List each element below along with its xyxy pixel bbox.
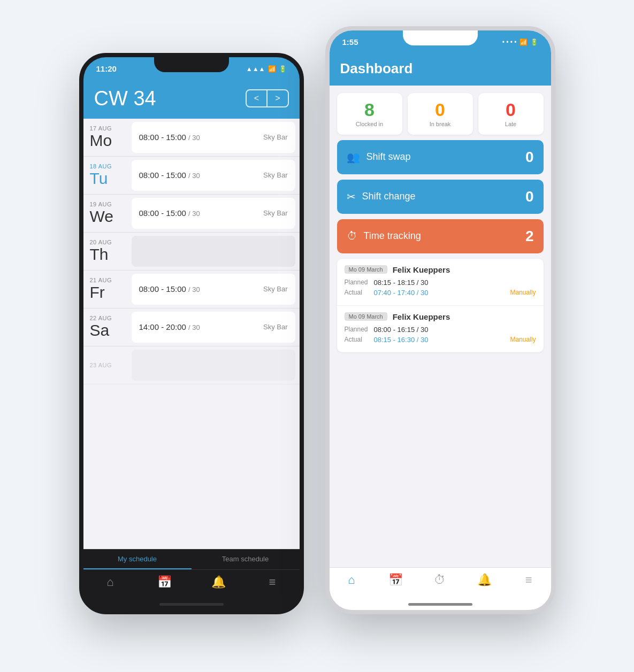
status-time-1: 11:20 [96,64,117,73]
time-tracking-icon: ⏱ [347,230,357,242]
home-icon-2: ⌂ [348,573,355,587]
table-row[interactable]: 20 AUG Th [83,233,300,271]
day-label-we: 19 AUG We [83,195,132,232]
shift-location-we: Sky Bar [263,209,288,217]
day-name-th: Th [90,245,109,263]
day-date-th: 20 AUG [90,239,112,245]
battery-icon: 🔋 [279,65,287,73]
shift-card-we[interactable]: 08:00 - 15:00 / 30 Sky Bar [132,198,295,229]
day-name-fr: Fr [90,283,105,301]
shift-change-left: ✂ Shift change [347,190,416,203]
time-tracking-count: 2 [525,228,534,245]
tab-menu-1[interactable]: ≡ [246,570,300,592]
status-icons-1: ▲▲▲ 📶 🔋 [246,65,287,73]
tab-team-schedule[interactable]: Team schedule [192,550,300,569]
entry-source-1: Manually [510,289,536,296]
status-icons-2: • • • • 📶 🔋 [502,38,538,46]
stat-late: 0 Late [478,93,544,135]
shift-change-label: Shift change [362,191,416,202]
entry-date-2: Mo 09 March [345,312,387,321]
tab-calendar-1[interactable]: 📅 [138,570,192,592]
time-tracking-label: Time tracking [364,230,421,242]
in-break-label: In break [413,121,468,127]
tab-calendar-2[interactable]: 📅 [373,568,418,590]
shift-card-su [132,350,295,381]
entry-planned-row-2: Planned 08:00 - 16:15 / 30 [345,326,536,334]
shift-change-count: 0 [525,188,534,205]
schedule-list: 17 AUG Mo 08:00 - 15:00 / 30 Sky Bar 18 … [83,119,300,549]
dashboard-title: Dashboard [340,60,540,77]
table-row[interactable]: 17 AUG Mo 08:00 - 15:00 / 30 Sky Bar [83,119,300,157]
entry-planned-row-1: Planned 08:15 - 18:15 / 30 [345,279,536,287]
shift-swap-icon: 👥 [347,151,360,164]
day-name-we: We [90,207,113,225]
notch-2 [403,30,478,45]
shift-location-sa: Sky Bar [263,323,288,331]
entry-name-2: Felix Kueppers [393,312,450,321]
planned-value-1: 08:15 - 18:15 / 30 [374,279,536,287]
shift-card-fr[interactable]: 08:00 - 15:00 / 30 Sky Bar [132,274,295,305]
home-indicator-1 [159,603,224,606]
phone-dashboard: 1:55 • • • • 📶 🔋 Dashboard 8 Clocked in … [325,26,555,614]
home-icon: ⌂ [106,575,113,589]
day-label-su: 23 AUG [83,346,132,384]
next-week-button[interactable]: > [266,90,287,106]
shift-location-mo: Sky Bar [263,133,288,141]
wifi-icon: 📶 [268,65,276,73]
dots-icon: • • • • [502,38,517,46]
entry-actual-row-2: Actual 08:15 - 16:30 / 30 Manually [345,336,536,344]
entry-date-1: Mo 09 March [345,265,387,274]
shift-card-mo[interactable]: 08:00 - 15:00 / 30 Sky Bar [132,122,295,153]
week-nav[interactable]: < > [246,89,289,107]
late-number: 0 [484,101,538,119]
shift-card-th [132,236,295,267]
table-row[interactable]: 19 AUG We 08:00 - 15:00 / 30 Sky Bar [83,195,300,233]
bell-icon: 🔔 [211,575,226,589]
shift-card-tu[interactable]: 08:00 - 15:00 / 30 Sky Bar [132,160,295,191]
home-indicator-2 [408,603,472,606]
shift-time-sa: 14:00 - 20:00 / 30 [139,322,200,331]
table-row[interactable]: 21 AUG Fr 08:00 - 15:00 / 30 Sky Bar [83,271,300,308]
actual-value-2: 08:15 - 16:30 / 30 [374,336,510,344]
late-label: Late [484,121,538,127]
table-row[interactable]: 22 AUG Sa 14:00 - 20:00 / 30 Sky Bar [83,308,300,346]
tab-my-schedule[interactable]: My schedule [83,550,192,569]
stat-clocked-in: 8 Clocked in [337,93,402,135]
day-date-tu: 18 AUG [90,163,112,169]
shift-swap-count: 0 [525,149,534,166]
day-date-we: 19 AUG [90,201,112,207]
day-date-fr: 21 AUG [90,277,112,283]
day-date-mo: 17 AUG [90,125,112,132]
time-tracking-row[interactable]: ⏱ Time tracking 2 [337,219,544,253]
shift-time-fr: 08:00 - 15:00 / 30 [139,284,200,293]
calendar-icon-2: 📅 [388,573,403,587]
notch-1 [154,57,229,72]
actual-value-1: 07:40 - 17:40 / 30 [374,289,510,297]
tab-time-2[interactable]: ⏱ [418,568,462,590]
tab-home-2[interactable]: ⌂ [330,568,374,590]
clocked-in-label: Clocked in [342,121,397,127]
tab-menu-2[interactable]: ≡ [507,568,551,590]
wifi-icon-2: 📶 [520,38,528,46]
tab-bell-1[interactable]: 🔔 [192,570,246,592]
time-icon-2: ⏱ [434,573,446,587]
actual-label-2: Actual [345,336,374,343]
shift-change-icon: ✂ [347,190,356,203]
shift-swap-row[interactable]: 👥 Shift swap 0 [337,140,544,174]
shift-card-sa[interactable]: 14:00 - 20:00 / 30 Sky Bar [132,312,295,343]
clocked-in-number: 8 [342,101,397,119]
bell-icon-2: 🔔 [477,573,492,587]
entry-header-2: Mo 09 March Felix Kueppers [345,312,536,321]
schedule-header: CW 34 < > [83,81,300,119]
planned-label-2: Planned [345,326,374,333]
shift-change-row[interactable]: ✂ Shift change 0 [337,180,544,214]
tracking-entry-2[interactable]: Mo 09 March Felix Kueppers Planned 08:00… [337,306,544,352]
planned-value-2: 08:00 - 16:15 / 30 [374,326,536,334]
dashboard-header: Dashboard [330,54,551,86]
tracking-entry-1[interactable]: Mo 09 March Felix Kueppers Planned 08:15… [337,259,544,306]
tab-bell-2[interactable]: 🔔 [462,568,507,590]
prev-week-button[interactable]: < [247,90,266,106]
table-row[interactable]: 18 AUG Tu 08:00 - 15:00 / 30 Sky Bar [83,157,300,195]
entry-header-1: Mo 09 March Felix Kueppers [345,265,536,274]
tab-home-1[interactable]: ⌂ [83,570,138,592]
